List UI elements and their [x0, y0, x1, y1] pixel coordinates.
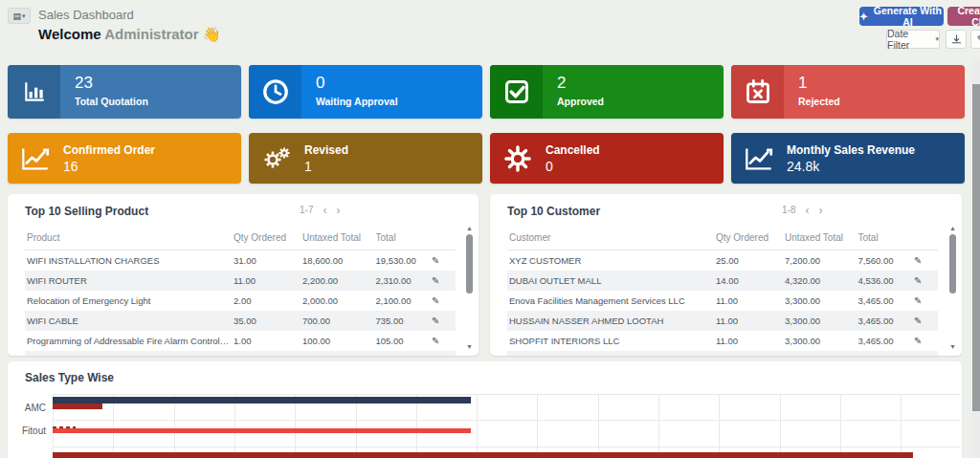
col-header-untaxed[interactable]: Untaxed Total: [783, 229, 857, 251]
kpi-card-waiting-approval[interactable]: 0Waiting Approval: [249, 65, 482, 119]
customer-table-scrollbar[interactable]: ▲ ▼: [947, 225, 958, 351]
col-header-qty[interactable]: Qty Ordered: [714, 229, 783, 251]
scroll-up-icon[interactable]: ▲: [464, 225, 475, 232]
kpi-card-revised[interactable]: Revised1: [249, 133, 482, 184]
cell-total: 19,530.00: [374, 251, 431, 272]
scroll-down-icon[interactable]: ▼: [464, 343, 475, 351]
create-new-chart-button[interactable]: Create New Chart: [947, 7, 980, 26]
edit-row-pencil-icon[interactable]: ✎: [432, 295, 439, 306]
cell-untaxed: 700.00: [301, 311, 374, 331]
edit-row-pencil-icon[interactable]: ✎: [432, 316, 439, 326]
cell-total: 4,536.00: [857, 271, 913, 291]
bar-series-maroon-bottom[interactable]: [53, 452, 913, 458]
cell-untaxed: 3,300.00: [783, 291, 857, 311]
col-header-qty[interactable]: Qty Ordered: [232, 229, 301, 251]
edit-row-pencil-icon[interactable]: ✎: [914, 316, 922, 326]
top-customer-card: Top 10 Customer 1-8 ‹ › Customer Qty Ord…: [490, 194, 962, 356]
edit-dashboard-button[interactable]: ✎: [970, 30, 980, 49]
kpi-card-total-quotation[interactable]: 23Total Quotation: [8, 65, 241, 119]
gridline: [658, 395, 659, 458]
cell-total: 3,465.00: [857, 291, 913, 311]
next-page-icon[interactable]: ›: [336, 206, 340, 215]
gridline: [598, 395, 599, 458]
col-header-total[interactable]: Total: [374, 229, 431, 251]
gridline: [962, 395, 963, 458]
scrollbar-thumb[interactable]: [466, 234, 473, 294]
table-row[interactable]: WIFI ROUTER11.002,200.002,310.00✎: [25, 271, 456, 291]
table-row[interactable]: WIFI INSTALLATION CHARGES31.0018,600.001…: [25, 251, 456, 272]
cell-name: Programming of Addressable Fire Alarm Co…: [25, 331, 232, 351]
cell-name: SHOPFIT INTERIORS LLC: [507, 331, 714, 351]
gridline: [901, 395, 902, 458]
edit-row-pencil-icon[interactable]: ✎: [432, 255, 439, 266]
kpi-card-confirmed-order[interactable]: Confirmed Order16: [8, 133, 241, 184]
table-row[interactable]: Programming of Addressable Fire Alarm Co…: [25, 331, 456, 351]
cell-name: DUBAI OUTLET MALL: [507, 271, 714, 291]
edit-row-pencil-icon[interactable]: ✎: [432, 336, 439, 346]
next-page-icon[interactable]: ›: [818, 206, 822, 215]
cell-untaxed: 4,320.00: [783, 271, 857, 291]
gridline: [174, 395, 175, 458]
kpi-card-rejected[interactable]: 1Rejected: [731, 65, 965, 119]
table-row[interactable]: SHOPFIT INTERIORS LLC11.003,300.003,465.…: [507, 331, 938, 351]
scrollbar-thumb[interactable]: [949, 234, 956, 294]
sales-dashboard-page: ▤▾ Sales Dashboard Welcome Administrator…: [0, 0, 980, 458]
scroll-up-icon[interactable]: ▲: [947, 225, 958, 232]
trend-up-icon: [731, 146, 787, 171]
cell-name: XYZ CUSTOMER: [507, 251, 714, 272]
date-filter-dropdown[interactable]: Date Filter ▾: [886, 30, 940, 49]
cell-untaxed: 50.00: [301, 351, 374, 356]
edit-row-pencil-icon[interactable]: ✎: [432, 275, 439, 286]
product-table-scrollbar[interactable]: ▲ ▼: [464, 225, 475, 351]
edit-row-pencil-icon[interactable]: ✎: [914, 295, 922, 306]
chevron-down-icon: ▾: [22, 12, 26, 20]
col-header-customer[interactable]: Customer: [507, 229, 714, 251]
edit-row-pencil-icon[interactable]: ✎: [914, 255, 922, 266]
sidebar-toggle-button[interactable]: ▤▾: [8, 8, 31, 24]
welcome-word: Welcome: [38, 26, 101, 42]
edit-row-pencil-icon[interactable]: ✎: [914, 336, 922, 346]
table-row[interactable]: XYZ CUSTOMER25.007,200.007,560.00✎: [507, 251, 938, 272]
kpi-card-cancelled[interactable]: Cancelled0: [490, 133, 724, 184]
edit-row-pencil-icon[interactable]: ✎: [914, 275, 922, 286]
generate-with-ai-button[interactable]: ✦ Generate With AI: [859, 7, 944, 26]
table-row[interactable]: AL AIN MALL1.001,100.001,155.00✎: [507, 351, 938, 356]
table-row[interactable]: DUBAI OUTLET MALL14.004,320.004,536.00✎: [507, 271, 938, 291]
cell-untaxed: 3,300.00: [783, 331, 857, 351]
gridline: [477, 395, 478, 458]
cell-untaxed: 2,200.00: [301, 271, 374, 291]
gridline: [416, 395, 417, 458]
bar-series-red-fitout[interactable]: [53, 428, 471, 433]
download-button[interactable]: [946, 30, 967, 49]
cell-qty: 11.00: [714, 291, 783, 311]
prev-page-icon[interactable]: ‹: [323, 206, 326, 215]
bar-series-navy-amc[interactable]: [53, 397, 471, 403]
table-row[interactable]: Enova Facilities Management Services LLC…: [507, 291, 938, 311]
cell-total: 7,560.00: [857, 251, 913, 272]
bar-series-maroon-amc[interactable]: [53, 403, 102, 409]
gridline: [356, 395, 357, 458]
product-pagination: 1-7 ‹ ›: [300, 205, 340, 215]
page-scrollbar-thumb[interactable]: [972, 84, 980, 411]
col-header-total[interactable]: Total: [857, 229, 913, 251]
scroll-down-icon[interactable]: ▼: [947, 343, 958, 351]
col-header-product[interactable]: Product: [25, 229, 232, 251]
sales-type-wise-card: Sales Type Wise AMC Fitout: [8, 361, 962, 458]
product-card-title: Top 10 Selling Product: [25, 205, 148, 218]
y-axis-label-fitout: Fitout: [8, 425, 46, 436]
kpi-card-monthly-sales-revenue[interactable]: Monthly Sales Revenue24.8k: [731, 133, 965, 184]
table-row[interactable]: WIFI CABLE35.00700.00735.00✎: [25, 311, 456, 331]
gridline: [113, 395, 114, 458]
product-page-range: 1-7: [300, 205, 313, 215]
col-header-untaxed[interactable]: Untaxed Total: [301, 229, 374, 251]
cell-untaxed: 18,600.00: [301, 251, 374, 272]
cell-qty: 14.00: [714, 271, 783, 291]
prev-page-icon[interactable]: ‹: [805, 206, 809, 215]
table-row[interactable]: Relocation of Emergency Light2.002,000.0…: [25, 291, 456, 311]
clock-icon: [249, 65, 301, 119]
table-row[interactable]: HUSSAIN NASSER AHMED LOOTAH11.003,300.00…: [507, 311, 938, 331]
kpi-card-approved[interactable]: 2Approved: [490, 65, 724, 119]
page-scrollbar[interactable]: [972, 57, 980, 458]
bar-chart-icon: [8, 65, 60, 119]
table-row[interactable]: BRIAVIS2.0050.0052.50✎: [25, 351, 456, 356]
